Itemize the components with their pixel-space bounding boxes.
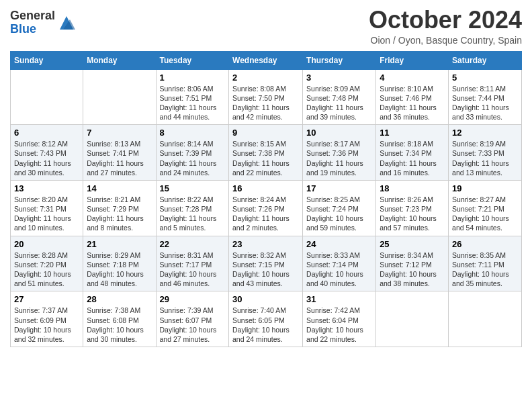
calendar-header-row: SundayMondayTuesdayWednesdayThursdayFrid… (11, 51, 522, 69)
calendar-cell: 31Sunrise: 7:42 AM Sunset: 6:04 PM Dayli… (303, 291, 376, 347)
calendar-cell: 22Sunrise: 8:31 AM Sunset: 7:17 PM Dayli… (156, 236, 229, 291)
day-info: Sunrise: 8:18 AM Sunset: 7:34 PM Dayligh… (380, 139, 445, 177)
day-number: 19 (452, 183, 518, 193)
day-number: 3 (306, 73, 372, 83)
day-info: Sunrise: 8:35 AM Sunset: 7:11 PM Dayligh… (452, 250, 518, 289)
calendar-cell: 1Sunrise: 8:06 AM Sunset: 7:51 PM Daylig… (156, 69, 229, 125)
day-number: 14 (87, 183, 152, 193)
calendar-week-row: 6Sunrise: 8:12 AM Sunset: 7:43 PM Daylig… (11, 125, 522, 181)
calendar-day-header: Monday (83, 51, 156, 69)
calendar-cell: 3Sunrise: 8:09 AM Sunset: 7:48 PM Daylig… (303, 69, 376, 125)
calendar-cell: 13Sunrise: 8:20 AM Sunset: 7:31 PM Dayli… (11, 180, 83, 236)
day-number: 26 (452, 239, 518, 249)
day-number: 20 (14, 239, 79, 249)
calendar-cell (83, 69, 156, 125)
calendar-day-header: Tuesday (156, 51, 229, 69)
calendar-day-header: Thursday (303, 51, 376, 69)
day-info: Sunrise: 8:21 AM Sunset: 7:29 PM Dayligh… (87, 195, 152, 233)
day-info: Sunrise: 8:10 AM Sunset: 7:46 PM Dayligh… (380, 84, 445, 122)
day-info: Sunrise: 8:13 AM Sunset: 7:41 PM Dayligh… (87, 139, 152, 177)
calendar-cell (376, 291, 449, 347)
calendar-cell: 19Sunrise: 8:27 AM Sunset: 7:21 PM Dayli… (449, 180, 522, 236)
day-info: Sunrise: 8:15 AM Sunset: 7:38 PM Dayligh… (232, 139, 299, 177)
calendar: SundayMondayTuesdayWednesdayThursdayFrid… (10, 51, 522, 347)
calendar-cell: 21Sunrise: 8:29 AM Sunset: 7:18 PM Dayli… (83, 236, 156, 291)
day-number: 28 (87, 294, 152, 304)
day-number: 2 (232, 73, 299, 83)
day-number: 8 (160, 128, 226, 138)
calendar-cell: 29Sunrise: 7:39 AM Sunset: 6:07 PM Dayli… (156, 291, 229, 347)
day-info: Sunrise: 8:31 AM Sunset: 7:17 PM Dayligh… (160, 250, 226, 289)
calendar-cell: 14Sunrise: 8:21 AM Sunset: 7:29 PM Dayli… (83, 180, 156, 236)
day-info: Sunrise: 8:29 AM Sunset: 7:18 PM Dayligh… (87, 250, 152, 289)
logo-general: General (10, 9, 55, 23)
day-info: Sunrise: 7:37 AM Sunset: 6:09 PM Dayligh… (14, 306, 79, 344)
logo-text: General Blue (10, 9, 55, 36)
day-info: Sunrise: 8:22 AM Sunset: 7:28 PM Dayligh… (160, 195, 226, 233)
month-title: October 2024 (369, 7, 522, 34)
day-number: 18 (380, 183, 445, 193)
calendar-cell: 18Sunrise: 8:26 AM Sunset: 7:23 PM Dayli… (376, 180, 449, 236)
calendar-cell: 11Sunrise: 8:18 AM Sunset: 7:34 PM Dayli… (376, 125, 449, 181)
logo: General Blue (10, 9, 77, 36)
calendar-cell: 23Sunrise: 8:32 AM Sunset: 7:15 PM Dayli… (229, 236, 303, 291)
logo-blue: Blue (10, 23, 55, 36)
day-info: Sunrise: 8:17 AM Sunset: 7:36 PM Dayligh… (306, 139, 372, 177)
calendar-cell: 30Sunrise: 7:40 AM Sunset: 6:05 PM Dayli… (229, 291, 303, 347)
day-info: Sunrise: 7:40 AM Sunset: 6:05 PM Dayligh… (232, 306, 299, 344)
calendar-cell: 20Sunrise: 8:28 AM Sunset: 7:20 PM Dayli… (11, 236, 83, 291)
calendar-cell: 17Sunrise: 8:25 AM Sunset: 7:24 PM Dayli… (303, 180, 376, 236)
calendar-week-row: 13Sunrise: 8:20 AM Sunset: 7:31 PM Dayli… (11, 180, 522, 236)
calendar-day-header: Sunday (11, 51, 83, 69)
day-info: Sunrise: 8:12 AM Sunset: 7:43 PM Dayligh… (14, 139, 79, 177)
day-info: Sunrise: 8:24 AM Sunset: 7:26 PM Dayligh… (232, 195, 299, 233)
calendar-week-row: 27Sunrise: 7:37 AM Sunset: 6:09 PM Dayli… (11, 291, 522, 347)
day-number: 17 (306, 183, 372, 193)
calendar-cell: 12Sunrise: 8:19 AM Sunset: 7:33 PM Dayli… (449, 125, 522, 181)
calendar-week-row: 1Sunrise: 8:06 AM Sunset: 7:51 PM Daylig… (11, 69, 522, 125)
calendar-cell: 4Sunrise: 8:10 AM Sunset: 7:46 PM Daylig… (376, 69, 449, 125)
day-number: 9 (232, 128, 299, 138)
day-number: 13 (14, 183, 79, 193)
day-info: Sunrise: 8:11 AM Sunset: 7:44 PM Dayligh… (452, 84, 518, 122)
calendar-cell: 9Sunrise: 8:15 AM Sunset: 7:38 PM Daylig… (229, 125, 303, 181)
day-info: Sunrise: 8:20 AM Sunset: 7:31 PM Dayligh… (14, 195, 79, 233)
calendar-cell: 26Sunrise: 8:35 AM Sunset: 7:11 PM Dayli… (449, 236, 522, 291)
calendar-cell: 15Sunrise: 8:22 AM Sunset: 7:28 PM Dayli… (156, 180, 229, 236)
day-number: 11 (380, 128, 445, 138)
calendar-cell: 6Sunrise: 8:12 AM Sunset: 7:43 PM Daylig… (11, 125, 83, 181)
calendar-cell: 10Sunrise: 8:17 AM Sunset: 7:36 PM Dayli… (303, 125, 376, 181)
calendar-week-row: 20Sunrise: 8:28 AM Sunset: 7:20 PM Dayli… (11, 236, 522, 291)
calendar-cell: 28Sunrise: 7:38 AM Sunset: 6:08 PM Dayli… (83, 291, 156, 347)
day-number: 21 (87, 239, 152, 249)
day-info: Sunrise: 8:26 AM Sunset: 7:23 PM Dayligh… (380, 195, 445, 233)
day-info: Sunrise: 8:32 AM Sunset: 7:15 PM Dayligh… (232, 250, 299, 289)
calendar-day-header: Saturday (449, 51, 522, 69)
day-info: Sunrise: 8:08 AM Sunset: 7:50 PM Dayligh… (232, 84, 299, 122)
day-number: 30 (232, 294, 299, 304)
calendar-cell: 24Sunrise: 8:33 AM Sunset: 7:14 PM Dayli… (303, 236, 376, 291)
day-number: 6 (14, 128, 79, 138)
day-info: Sunrise: 8:06 AM Sunset: 7:51 PM Dayligh… (160, 84, 226, 122)
calendar-cell (11, 69, 83, 125)
calendar-cell: 27Sunrise: 7:37 AM Sunset: 6:09 PM Dayli… (11, 291, 83, 347)
day-info: Sunrise: 8:34 AM Sunset: 7:12 PM Dayligh… (380, 250, 445, 289)
day-number: 31 (306, 294, 372, 304)
day-info: Sunrise: 8:19 AM Sunset: 7:33 PM Dayligh… (452, 139, 518, 177)
calendar-cell: 5Sunrise: 8:11 AM Sunset: 7:44 PM Daylig… (449, 69, 522, 125)
day-number: 29 (160, 294, 226, 304)
day-number: 4 (380, 73, 445, 83)
title-block: October 2024 Oion / Oyon, Basque Country… (369, 7, 522, 46)
day-info: Sunrise: 7:39 AM Sunset: 6:07 PM Dayligh… (160, 306, 226, 344)
day-info: Sunrise: 7:38 AM Sunset: 6:08 PM Dayligh… (87, 306, 152, 344)
day-number: 22 (160, 239, 226, 249)
day-number: 1 (160, 73, 226, 83)
day-number: 27 (14, 294, 79, 304)
calendar-cell: 25Sunrise: 8:34 AM Sunset: 7:12 PM Dayli… (376, 236, 449, 291)
day-number: 12 (452, 128, 518, 138)
logo-icon (56, 13, 77, 33)
day-number: 23 (232, 239, 299, 249)
day-info: Sunrise: 8:27 AM Sunset: 7:21 PM Dayligh… (452, 195, 518, 233)
day-number: 24 (306, 239, 372, 249)
calendar-day-header: Wednesday (229, 51, 303, 69)
